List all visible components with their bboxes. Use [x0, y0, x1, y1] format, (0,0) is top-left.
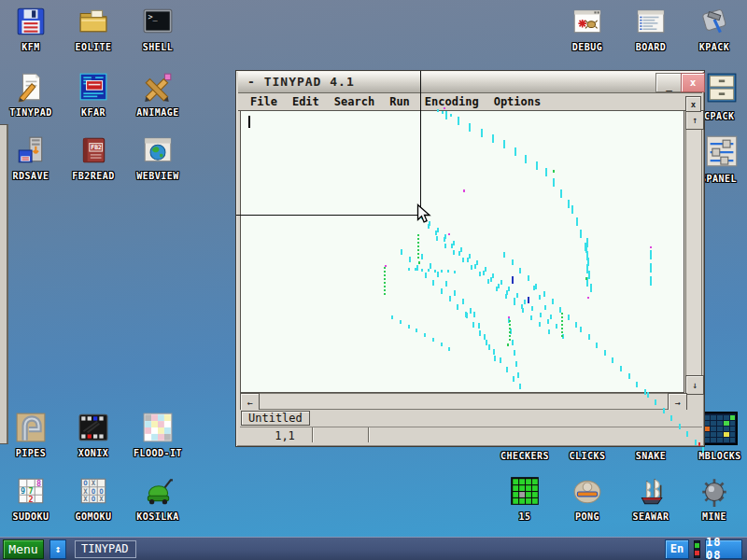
desktop-icon-shell[interactable]: >_ SHELL — [128, 6, 188, 52]
menu-encoding[interactable]: Encoding — [425, 95, 479, 108]
desktop-icon-kfm[interactable]: KFM — [1, 6, 61, 52]
icon-label-checkers: CHECKERS — [500, 451, 549, 461]
sudoku-grid-icon: 8972 — [15, 475, 47, 507]
icon-label: BOARD — [636, 42, 667, 52]
menu-bar: File Edit Search Run Encoding Options — [238, 93, 702, 111]
icon-label: SEAWAR — [632, 511, 669, 522]
vertical-scrollbar[interactable] — [685, 110, 702, 393]
desktop-icon-15[interactable]: 15 — [495, 475, 555, 522]
red-led — [695, 551, 699, 555]
icon-label: GOMOKU — [75, 511, 111, 522]
desktop-icon-sudoku[interactable]: 8972 SUDOKU — [1, 475, 61, 522]
taskbar-task-tinypad[interactable]: TINYPAD — [75, 540, 136, 558]
icon-label: PIPES — [16, 448, 47, 458]
keyboard-led-indicator — [694, 540, 700, 558]
naval-mine-icon — [698, 475, 730, 507]
tab-untitled[interactable]: Untitled — [241, 411, 310, 426]
desktop-icon-pipes[interactable]: PIPES — [1, 412, 61, 458]
green-led — [695, 543, 699, 548]
icon-label: TINYPAD — [9, 107, 52, 118]
status-divider — [368, 427, 369, 442]
icon-label: KFAR — [81, 107, 106, 118]
desktop-icon-gomoku[interactable]: OXXOOXOX GOMOKU — [63, 475, 123, 522]
icon-label: SPANEL — [700, 174, 737, 184]
drawer-cabinet-icon[interactable] — [705, 72, 739, 104]
icon-label: MINE — [702, 511, 726, 522]
folder-icon — [78, 6, 109, 37]
icon-label: WEBVIEW — [136, 171, 179, 181]
taskbar-clock[interactable]: 18 08 — [705, 539, 742, 559]
scroll-left-button[interactable]: ← — [240, 393, 260, 412]
desktop-icon-animage[interactable]: ANIMAGE — [128, 71, 188, 118]
horizontal-scrollbar[interactable] — [240, 393, 685, 410]
icon-label: PONG — [575, 511, 599, 522]
icon-label: KOSILKA — [136, 511, 179, 522]
icon-label: CPACK — [704, 111, 735, 121]
desktop-icon-board[interactable]: BOARD — [621, 6, 681, 52]
menu-edit[interactable]: Edit — [292, 95, 319, 108]
desktop-icon-eolite[interactable]: EOLITE — [63, 6, 123, 52]
desktop-icon-rdsave[interactable]: RDSAVE — [1, 134, 61, 181]
status-bar: 1,1 — [240, 427, 702, 442]
window-title: - TINYPAD 4.1 — [247, 75, 355, 89]
desktop-icon-kosilka[interactable]: KOSILKA — [128, 475, 188, 522]
text-caret — [248, 116, 250, 128]
desktop-icon-kfar[interactable]: KFAR — [63, 71, 123, 118]
menu-options[interactable]: Options — [494, 95, 542, 108]
text-editor-area[interactable] — [240, 110, 684, 393]
desktop-icon-xonix[interactable]: XONIX — [63, 412, 123, 458]
minimize-button[interactable]: _ — [655, 73, 683, 92]
window-switcher-button[interactable]: ↕ — [49, 539, 66, 559]
block-grid-icon[interactable] — [700, 412, 738, 445]
tictactoe-grid-icon: OXXOOXOX — [78, 475, 109, 507]
svg-text:>_: >_ — [148, 12, 158, 21]
svg-text:FB2: FB2 — [91, 144, 102, 151]
icon-label: FLOOD-IT — [134, 448, 182, 458]
icon-label: XONIX — [78, 448, 109, 458]
xonix-board-icon — [78, 412, 109, 443]
color-grid-icon — [142, 412, 174, 443]
start-menu-button[interactable]: Menu — [3, 539, 44, 559]
crossed-pencils-icon — [142, 71, 174, 103]
scroll-right-button[interactable]: → — [668, 393, 687, 412]
panel-close-button[interactable]: x — [685, 96, 701, 112]
desktop-icon-webview[interactable]: WEBVIEW — [128, 134, 188, 181]
background-window-edge[interactable] — [0, 124, 8, 444]
pipe-icon — [15, 412, 47, 443]
desktop-icon-floodit[interactable]: FLOOD-IT — [128, 412, 188, 458]
scroll-down-button[interactable]: ↓ — [685, 375, 704, 395]
bug-window-icon — [571, 6, 603, 37]
window-titlebar[interactable]: - TINYPAD 4.1 _ x — [238, 72, 702, 93]
icon-label: SUDOKU — [12, 511, 49, 522]
close-button[interactable]: x — [681, 73, 705, 92]
desktop-icon-fb2read[interactable]: FB2 FB2READ — [63, 134, 123, 181]
desktop-icon-pong[interactable]: PONG — [557, 475, 617, 522]
sail-ship-icon — [635, 475, 667, 507]
desktop-icon-tinypad[interactable]: TINYPAD — [1, 71, 61, 118]
menu-file[interactable]: File — [250, 95, 277, 108]
language-indicator[interactable]: En — [665, 539, 689, 559]
log-window-icon — [635, 6, 667, 37]
desktop-icon-mine[interactable]: MINE — [684, 475, 744, 522]
notepad-pencil-icon — [15, 71, 47, 103]
globe-window-icon — [142, 134, 174, 166]
icon-label-mblocks: MBLOCKS — [698, 451, 741, 461]
icon-label-snake: SNAKE — [636, 451, 667, 461]
scroll-up-button[interactable]: ↑ — [685, 110, 704, 130]
desktop-icon-seawar[interactable]: SEAWAR — [621, 475, 681, 522]
svg-text:X: X — [83, 495, 88, 503]
up-down-arrow-icon: ↕ — [55, 543, 62, 555]
svg-text:9: 9 — [21, 486, 25, 496]
ramdisk-save-icon — [15, 134, 47, 166]
file-manager-icon — [78, 71, 109, 103]
sliders-icon[interactable] — [704, 134, 740, 168]
desktop-icon-debug[interactable]: DEBUG — [557, 6, 617, 52]
svg-text:X: X — [99, 495, 104, 503]
icon-label: KPACK — [699, 42, 730, 52]
menu-run[interactable]: Run — [389, 95, 410, 108]
paddle-ball-icon — [571, 475, 603, 507]
icon-label: KFM — [21, 42, 40, 52]
desktop-icon-kpack[interactable]: KPACK — [684, 6, 744, 52]
cursor-position: 1,1 — [257, 429, 313, 442]
menu-search[interactable]: Search — [334, 95, 374, 108]
